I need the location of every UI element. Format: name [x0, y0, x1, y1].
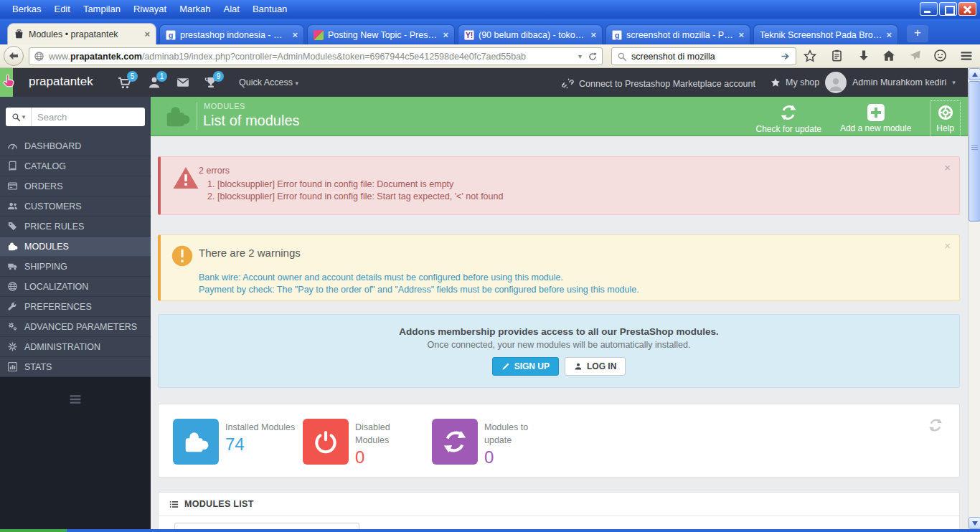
log-in-button[interactable]: LOG IN [565, 357, 626, 376]
tab-close-icon[interactable]: × [886, 29, 892, 40]
add-new-module-button[interactable]: Add a new module [840, 104, 911, 133]
bank-wire-warning-link[interactable]: Bank wire: Account owner and account det… [199, 272, 563, 282]
sidebar-search-scope[interactable]: ▾ [6, 108, 32, 126]
close-button[interactable] [958, 2, 976, 16]
modules-to-update-stat: Modules to update 0 [432, 419, 534, 467]
quick-access-menu[interactable]: Quick Access ▾ [239, 77, 298, 87]
close-icon[interactable]: × [944, 161, 951, 174]
home-icon[interactable] [882, 49, 896, 63]
search-go-icon[interactable] [780, 51, 791, 62]
stat-label: Modules to update [484, 422, 528, 445]
site-globe-icon [34, 51, 44, 62]
pencil-icon [501, 362, 510, 371]
navigation-toolbar: www.prapatantek.com/adminab19/index.php?… [0, 44, 980, 68]
error-item: [blocksupplier] Error found in config fi… [217, 191, 503, 203]
marketplace-link[interactable]: Connect to Prestashop Marketplace accoun… [562, 77, 755, 90]
puzzle-icon [173, 419, 219, 465]
back-button[interactable] [4, 46, 24, 66]
sidebar-item-orders[interactable]: ORDERS [0, 176, 151, 196]
sidebar-item-modules[interactable]: MODULES [0, 237, 151, 257]
sidebar-item-preferences[interactable]: PREFERENCES [0, 297, 151, 317]
my-shop-link[interactable]: My shop [770, 77, 819, 88]
page-title: List of modules [203, 113, 300, 129]
tab-prestashop-indonesia[interactable]: g prestashop indonesia - Penel... × [159, 24, 304, 44]
google-favicon: g [166, 30, 176, 40]
user-menu[interactable]: Admin Murahkom kediri ▾ [825, 72, 956, 93]
bookmark-star-icon[interactable] [803, 49, 817, 63]
sidebar-search-box[interactable]: ▾ [6, 108, 145, 126]
user-silhouette-icon [827, 76, 844, 93]
sign-up-button[interactable]: SIGN UP [492, 357, 559, 376]
close-icon[interactable]: × [944, 239, 951, 252]
tab-close-icon[interactable]: × [443, 29, 448, 40]
menu-tampilan[interactable]: Tampilan [77, 0, 127, 19]
tab-close-icon[interactable]: × [144, 29, 150, 39]
modules-puzzle-icon [7, 241, 18, 252]
tab-close-icon[interactable]: × [590, 29, 596, 40]
menu-alat[interactable]: Alat [217, 0, 246, 19]
modules-filter-input[interactable] [174, 523, 359, 529]
help-button[interactable]: Help [930, 100, 961, 137]
dashboard-gauge-icon [7, 141, 18, 151]
payment-by-check-warning-link[interactable]: Payment by check: The "Pay to the order … [199, 285, 639, 295]
new-tab-button[interactable]: + [907, 25, 928, 42]
loading-progress-segment [0, 529, 67, 532]
messages-envelope-icon[interactable] [176, 75, 190, 90]
share-plane-icon[interactable] [908, 49, 922, 62]
page-header: MODULES List of modules Check for update… [151, 97, 968, 136]
chat-smiley-icon[interactable] [933, 49, 947, 62]
tab-close-icon[interactable]: × [292, 29, 298, 40]
search-input[interactable] [631, 52, 776, 62]
sidebar-item-price-rules[interactable]: PRICE RULES [0, 217, 151, 237]
power-icon [303, 419, 349, 465]
prestashop-logo[interactable] [0, 68, 13, 97]
restore-button[interactable] [939, 2, 957, 16]
error-alert: 2 errors [blocksupplier] Error found in … [158, 156, 960, 215]
menu-berkas[interactable]: Berkas [6, 0, 47, 19]
hand-cursor-icon [1, 73, 17, 88]
window-titlebar: Berkas Edit Tampilan Riwayat Markah Alat… [0, 0, 980, 19]
menu-riwayat[interactable]: Riwayat [127, 0, 173, 19]
tab-close-icon[interactable]: × [738, 29, 744, 40]
sidebar-search-input[interactable] [32, 112, 145, 123]
sidebar-item-advanced-parameters[interactable]: ADVANCED PARAMETERS [0, 317, 151, 337]
sidebar-item-catalog[interactable]: CATALOG [0, 156, 151, 176]
sidebar-item-stats[interactable]: STATS [0, 357, 151, 377]
tab-teknik-screenshot[interactable]: Teknik Screenshot Pada Browser (... × [753, 24, 898, 44]
shipping-truck-icon [7, 261, 18, 272]
sync-icon [432, 419, 478, 465]
sidebar-item-customers[interactable]: CUSTOMERS [0, 196, 151, 217]
sidebar-item-shipping[interactable]: SHIPPING [0, 257, 151, 277]
menu-bantuan[interactable]: Bantuan [246, 0, 293, 19]
scroll-down-button[interactable] [969, 517, 980, 529]
tab-title: (90 belum dibaca) - tokokomp... [479, 30, 586, 40]
scroll-up-button[interactable] [969, 68, 980, 80]
tab-yahoo-mail[interactable]: Y! (90 belum dibaca) - tokokomp... × [458, 24, 603, 44]
bookmarks-menu-icon[interactable] [830, 49, 844, 62]
tab-screenshot-di-mozilla[interactable]: g screenshot di mozilla - Penelu... × [606, 24, 750, 44]
reload-icon[interactable] [588, 52, 598, 62]
tab-posting-new-topic[interactable]: Posting New Topic - PrestaShop × [307, 24, 455, 44]
menu-markah[interactable]: Markah [173, 0, 217, 19]
minimize-button[interactable] [920, 2, 938, 16]
url-bar[interactable]: www.prapatantek.com/adminab19/index.php?… [29, 47, 603, 65]
sidebar-item-localization[interactable]: LOCALIZATION [0, 277, 151, 297]
tab-strip: Modules • prapatantek × g prestashop ind… [0, 19, 980, 44]
vertical-scrollbar[interactable] [968, 68, 980, 529]
price-tags-icon [7, 221, 18, 232]
downloads-icon[interactable] [857, 49, 871, 63]
window-bottom-border [0, 529, 980, 532]
tab-modules-prapatantek[interactable]: Modules • prapatantek × [7, 23, 156, 44]
sidebar-item-administration[interactable]: ADMINISTRATION [0, 337, 151, 357]
search-bar[interactable] [611, 47, 796, 65]
refresh-icon[interactable] [928, 417, 943, 433]
shop-name[interactable]: prapatantek [29, 75, 93, 89]
menu-edit[interactable]: Edit [47, 0, 76, 19]
sidebar-collapse-button[interactable] [0, 392, 151, 407]
check-for-update-button[interactable]: Check for update [756, 103, 821, 134]
sidebar-item-dashboard[interactable]: DASHBOARD [0, 136, 151, 156]
tab-title: prestashop indonesia - Penel... [180, 30, 288, 40]
urlbar-dropdown-icon[interactable]: ▾ [578, 52, 582, 60]
scrollbar-thumb[interactable] [969, 81, 980, 222]
hamburger-menu-icon[interactable] [959, 49, 974, 63]
